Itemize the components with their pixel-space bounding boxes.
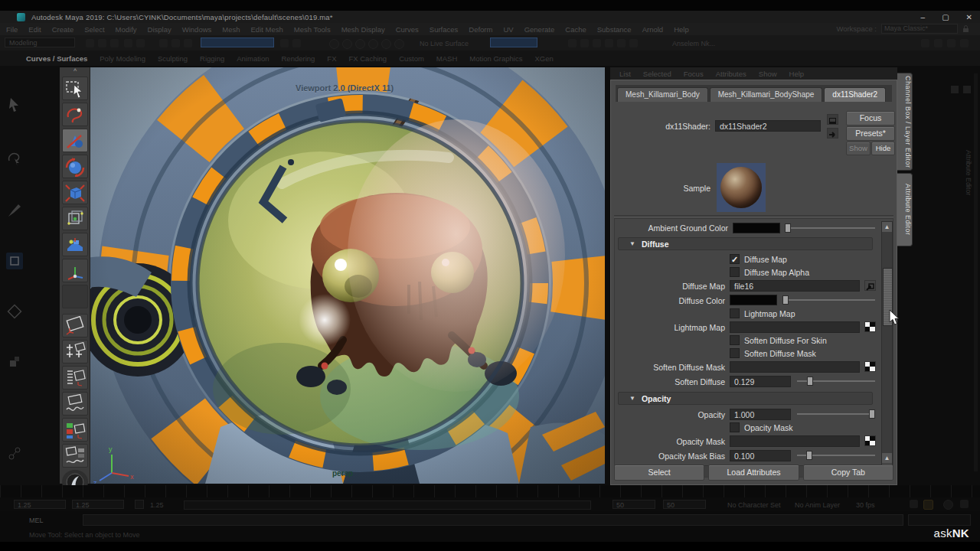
soften-diffuse-slider[interactable] [797, 376, 875, 386]
opacity-section-header[interactable]: ▼ Opacity [618, 392, 873, 405]
menu-deform[interactable]: Deform [469, 25, 492, 34]
sidebar-toggle-icon-4[interactable] [960, 39, 969, 47]
anim-end-field[interactable]: 50 [663, 500, 706, 509]
copy-tab-button[interactable]: Copy Tab [803, 465, 893, 481]
snap-point-icon[interactable] [184, 39, 192, 47]
menu-uv[interactable]: UV [503, 25, 513, 34]
sidebar-toggle-icon-1[interactable] [921, 39, 929, 47]
shader-name-field[interactable]: dx11Shader2 [715, 120, 821, 132]
window-scrollbar[interactable] [974, 73, 978, 471]
mel-label[interactable]: MEL [29, 517, 44, 524]
toolbox-scroll-up-icon[interactable]: ˄ [60, 67, 90, 75]
diffuse-map-alpha-checkbox[interactable] [730, 267, 740, 277]
lightmap-map-checkbox[interactable] [730, 308, 740, 318]
playback-options-icon[interactable] [943, 500, 953, 510]
select-mask-icon-1[interactable] [329, 39, 339, 49]
menu-create[interactable]: Create [52, 25, 74, 34]
diffuse-map-checkbox-row[interactable]: ✓ Diffuse Map [730, 254, 787, 264]
menu-mesh-display[interactable]: Mesh Display [341, 25, 385, 34]
diffuse-color-slider[interactable] [782, 295, 875, 305]
menu-display[interactable]: Display [148, 25, 172, 34]
channel-box-layer-editor-tab[interactable]: Channel Box / Layer Editor [897, 73, 913, 171]
snap-grid-icon[interactable] [159, 39, 168, 47]
output-connection-icon[interactable] [827, 128, 838, 139]
ae-menu-attributes[interactable]: Attributes [716, 70, 746, 78]
shelf-tab-rendering[interactable]: Rendering [282, 54, 315, 63]
outliner-persp-layout-button[interactable] [62, 366, 88, 390]
last-tool-slot[interactable] [62, 285, 88, 308]
render-icon-4[interactable] [605, 39, 613, 47]
workspace-dropdown[interactable]: Maya Classic* [881, 24, 958, 34]
menu-select[interactable]: Select [84, 25, 104, 34]
select-mask-icon-6[interactable] [394, 39, 404, 49]
lasso-tool[interactable] [62, 103, 88, 126]
menu-windows[interactable]: Windows [182, 25, 212, 34]
select-mask-icon-4[interactable] [368, 39, 378, 49]
soften-diffuse-mask-checkbox-row[interactable]: Soften Diffuse Mask [730, 348, 816, 358]
load-attributes-button[interactable]: Load Attributes [708, 465, 799, 481]
scale-tool[interactable] [62, 181, 88, 204]
time-slider[interactable] [0, 485, 980, 497]
select-mask-icon-5[interactable] [381, 39, 391, 49]
select-mask-icon-3[interactable] [355, 39, 365, 49]
shelf-tab-poly-modeling[interactable]: Poly Modeling [100, 54, 145, 63]
opacity-field[interactable]: 1.000 [730, 409, 791, 420]
soft-modification-tool[interactable] [62, 233, 88, 256]
paint-selection-tool[interactable] [62, 129, 88, 152]
perspective-viewport[interactable]: y x z Viewport 2.0 (DirectX 11) persp [90, 67, 605, 484]
menu-substance[interactable]: Substance [597, 25, 632, 34]
snap-curve-icon[interactable] [172, 39, 180, 47]
ae-menu-selected[interactable]: Selected [643, 70, 671, 78]
lightmap-map-checkbox-row[interactable]: Lightmap Map [730, 308, 795, 318]
show-button[interactable]: Show [846, 142, 871, 155]
anim-start-field[interactable]: 1.25 [14, 500, 66, 509]
shelf-tab-fx-caching[interactable]: FX Caching [348, 54, 387, 63]
redo-icon[interactable] [136, 39, 145, 47]
persp-graph-layout-button[interactable] [62, 392, 88, 416]
user-account-dropdown[interactable]: Anselem Nk... [672, 40, 715, 47]
select-tool[interactable] [62, 77, 88, 100]
opacity-mask-bias-field[interactable]: 0.100 [730, 450, 791, 461]
lightmap-map-field[interactable] [730, 321, 860, 333]
attribute-editor-tab[interactable]: Attribute Editor [897, 173, 913, 246]
menu-edit[interactable]: Edit [28, 25, 41, 34]
render-icon-1[interactable] [568, 39, 577, 47]
anim-layer-dropdown[interactable]: No Anim Layer [795, 501, 840, 509]
render-icon-5[interactable] [617, 39, 626, 47]
menu-help[interactable]: Help [674, 25, 689, 34]
menu-curves[interactable]: Curves [396, 25, 419, 34]
shelf-tab-fx[interactable]: FX [327, 54, 336, 63]
ambient-ground-color-swatch[interactable] [733, 223, 780, 233]
lock-selection-icon[interactable] [280, 39, 289, 47]
rotate-tool[interactable] [62, 155, 88, 178]
auto-key-icon[interactable] [923, 500, 933, 510]
scroll-up-icon-2[interactable]: ▲ [882, 453, 892, 463]
menuset-dropdown[interactable]: Modeling [5, 37, 75, 47]
ae-menu-focus[interactable]: Focus [684, 70, 704, 78]
anim-preferences-icon[interactable] [960, 500, 969, 508]
shelf-tab-sculpting[interactable]: Sculpting [158, 54, 188, 63]
focus-button[interactable]: Focus [846, 111, 895, 126]
shelf-tab-rigging[interactable]: Rigging [200, 54, 224, 63]
tab-dx11shader2[interactable]: dx11Shader2 [824, 87, 886, 102]
shelf-tab-curves-surfaces[interactable]: Curves / Surfaces [26, 54, 87, 63]
loop-playback-icon[interactable] [910, 500, 918, 508]
highlight-selection-icon[interactable] [292, 39, 301, 47]
shelf-tab-custom[interactable]: Custom [399, 54, 424, 63]
opacity-mask-checkbox[interactable] [730, 422, 740, 432]
maximize-button[interactable]: ▢ [942, 13, 949, 21]
ae-menu-help[interactable]: Help [789, 70, 805, 78]
scroll-up-icon[interactable]: ▲ [882, 222, 892, 232]
tab-mesh-killamari-body[interactable]: Mesh_Killamari_Body [617, 87, 708, 102]
render-icon-2[interactable] [580, 39, 589, 47]
hide-button[interactable]: Hide [871, 142, 895, 155]
tab-mesh-killamari-bodyshape[interactable]: Mesh_Killamari_BodyShape [710, 87, 823, 102]
undo-icon[interactable] [124, 39, 132, 47]
opacity-mask-texture-icon[interactable] [864, 435, 876, 446]
soften-diffuse-for-skin-checkbox-row[interactable]: Soften Diffuse For Skin [730, 335, 827, 345]
single-pane-layout-button[interactable] [62, 314, 88, 337]
opacity-slider[interactable] [797, 409, 875, 419]
menu-generate[interactable]: Generate [524, 25, 555, 34]
presets-button[interactable]: Presets* [846, 126, 895, 141]
shelf-tab-mash[interactable]: MASH [436, 54, 457, 63]
